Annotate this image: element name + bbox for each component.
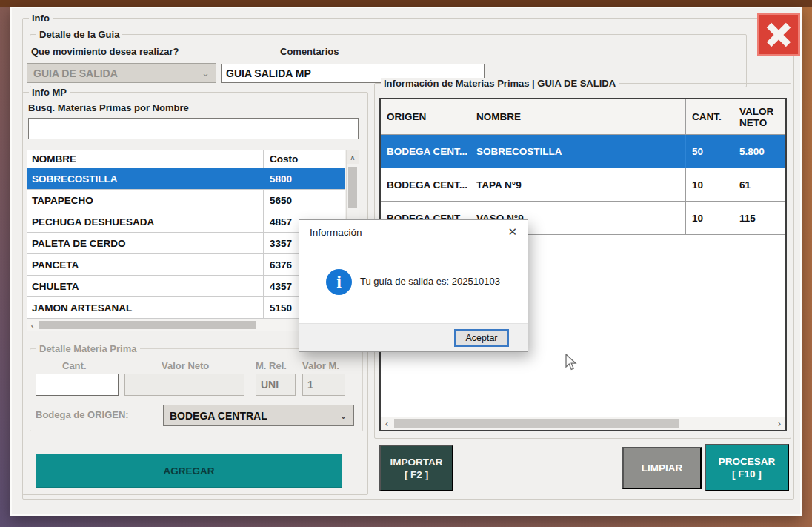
materials-table-header: NOMBRE Costo [27, 150, 345, 168]
info-dialog: Información ✕ i Tu guía de salida es: 20… [299, 219, 528, 352]
scroll-left-icon[interactable]: ‹ [381, 419, 393, 429]
info-mp-group-label: Info MP [29, 87, 70, 98]
materials-header-name[interactable]: NOMBRE [27, 150, 264, 168]
vertical-scroll-thumb[interactable] [348, 167, 357, 208]
table-row[interactable]: BODEGA CENT... SOBRECOSTILLA 50 5.800 [381, 135, 785, 168]
valor-m-label: Valor M. [302, 360, 339, 371]
procesar-button[interactable]: PROCESAR [ F10 ] [705, 444, 789, 491]
header-valor-neto[interactable]: VALOR NETO [733, 99, 785, 134]
info-group-label: Info [29, 13, 53, 24]
table-row[interactable]: PALETA DE CERDO 3357 [27, 233, 345, 254]
table-row[interactable]: PECHUGA DESHUESADA 4857 [27, 211, 345, 233]
valor-neto-input [124, 374, 244, 396]
cant-label: Cant. [62, 360, 87, 371]
materials-table: NOMBRE Costo SOBRECOSTILLA 5800 TAPAPECH… [27, 150, 345, 319]
movement-question-label: Que movimiento desea realizar? [31, 46, 179, 57]
table-row[interactable]: TAPAPECHO 5650 [27, 190, 345, 211]
cant-input[interactable] [36, 374, 119, 396]
m-rel-label: M. Rel. [256, 360, 287, 371]
header-nombre[interactable]: NOMBRE [470, 99, 686, 134]
scroll-left-icon[interactable]: ‹ [27, 321, 38, 330]
scroll-up-icon[interactable]: ∧ [347, 150, 359, 164]
bodega-origen-select[interactable]: BODEGA CENTRAL ⌄ [163, 405, 354, 426]
table-row[interactable]: BODEGA CENT... TAPA N°9 10 61 [381, 168, 785, 202]
guide-items-group-label: Información de Materias Primas | GUIA DE… [381, 78, 619, 89]
agregar-button[interactable]: AGREGAR [36, 454, 342, 488]
dialog-title: Información [310, 227, 362, 238]
detail-mp-group-label: Detalle Materia Prima [36, 343, 140, 354]
mouse-cursor-icon [565, 354, 578, 374]
dialog-message: Tu guía de salida es: 202510103 [360, 276, 500, 287]
dialog-footer: Aceptar [299, 323, 528, 351]
chevron-down-icon: ⌄ [202, 67, 210, 79]
guide-detail-group-label: Detalle de la Guia [36, 29, 122, 40]
table-row[interactable]: JAMON ARTESANAL 5150 [27, 297, 345, 319]
materials-horizontal-scrollbar[interactable]: ‹ [27, 319, 345, 331]
window-close-button[interactable] [757, 13, 800, 56]
m-rel-field: UNI [256, 374, 296, 396]
table-row[interactable]: PANCETA 6376 [27, 254, 345, 276]
chevron-down-icon: ⌄ [339, 410, 347, 421]
horizontal-scroll-thumb[interactable] [394, 419, 679, 428]
scroll-right-icon[interactable]: › [773, 419, 785, 429]
movement-select-value: GUIA DE SALIDA [33, 67, 118, 79]
bodega-origen-label: Bodega de ORIGEN: [36, 409, 129, 420]
valor-m-field: 1 [302, 374, 345, 396]
header-origen[interactable]: ORIGEN [381, 99, 470, 134]
close-icon [765, 21, 792, 48]
table-row[interactable]: SOBRECOSTILLA 5800 [27, 168, 345, 190]
screen-top-edge [0, 0, 812, 7]
materials-header-cost[interactable]: Costo [264, 153, 345, 165]
limpiar-button[interactable]: LIMPIAR [622, 447, 702, 489]
info-icon: i [326, 269, 352, 295]
dialog-close-icon[interactable]: ✕ [508, 225, 517, 239]
comments-label: Comentarios [280, 46, 339, 57]
search-label: Busq. Materias Primas por Nombre [28, 102, 189, 113]
guide-items-header: ORIGEN NOMBRE CANT. VALOR NETO [381, 99, 785, 135]
table-row[interactable]: CHULETA 4357 [27, 276, 345, 297]
search-input[interactable] [28, 118, 359, 139]
movement-select[interactable]: GUIA DE SALIDA ⌄ [27, 63, 216, 83]
header-cant[interactable]: CANT. [686, 99, 733, 134]
valor-neto-label: Valor Neto [162, 360, 209, 371]
bodega-origen-value: BODEGA CENTRAL [170, 410, 267, 422]
aceptar-button[interactable]: Aceptar [454, 329, 509, 347]
horizontal-scroll-thumb[interactable] [39, 321, 256, 329]
importar-button[interactable]: IMPORTAR [ F2 ] [379, 445, 453, 491]
guide-items-horizontal-scrollbar[interactable]: ‹ › [381, 417, 785, 430]
